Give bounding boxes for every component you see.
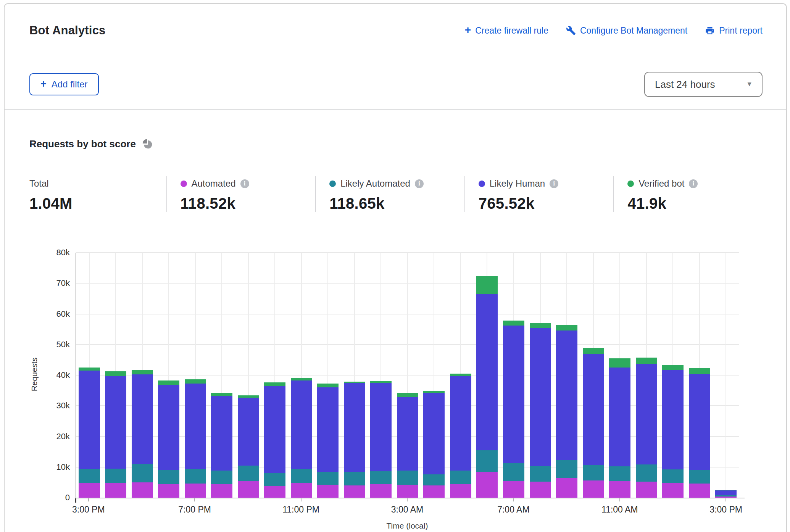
bar-segment-automated xyxy=(238,481,259,498)
bar-900pm[interactable] xyxy=(235,253,262,498)
bar-500am[interactable] xyxy=(447,253,474,498)
bar-segment-likely-automated xyxy=(450,471,471,484)
bar-segment-verified-bot xyxy=(636,358,657,363)
bar-stack xyxy=(609,358,630,498)
bar-900am[interactable] xyxy=(553,253,580,498)
bar-800am[interactable] xyxy=(527,253,554,498)
bar-300pm[interactable] xyxy=(713,253,739,498)
bar-600am[interactable] xyxy=(474,253,501,498)
bar-segment-likely-automated xyxy=(291,469,312,483)
x-tick xyxy=(301,498,301,501)
stat-likely-human-label: Likely Human xyxy=(490,178,545,189)
bar-500pm[interactable] xyxy=(129,253,156,498)
bar-segment-automated xyxy=(211,484,232,498)
section-divider xyxy=(5,109,786,110)
bar-segment-automated xyxy=(132,482,153,498)
bar-stack xyxy=(158,380,179,498)
bar-800pm[interactable] xyxy=(209,253,235,498)
bar-700am[interactable] xyxy=(500,253,527,498)
x-tick-label: 7:00 AM xyxy=(483,505,544,515)
bar-stack xyxy=(185,379,206,498)
bar-400am[interactable] xyxy=(421,253,448,498)
add-filter-button[interactable]: + Add filter xyxy=(29,73,99,95)
bar-segment-likely-automated xyxy=(105,469,126,484)
bar-segment-automated xyxy=(503,481,524,498)
bar-1100pm[interactable] xyxy=(288,253,315,498)
bar-segment-likely-human xyxy=(291,380,312,469)
bar-200pm[interactable] xyxy=(686,253,713,498)
bar-segment-likely-automated xyxy=(370,471,392,484)
bar-segment-automated xyxy=(105,483,126,498)
print-report-link[interactable]: Print report xyxy=(705,26,763,36)
info-icon[interactable]: i xyxy=(415,179,424,188)
bar-segment-automated xyxy=(344,485,365,498)
bar-segment-likely-human xyxy=(185,384,206,469)
bar-segment-verified-bot xyxy=(185,379,206,383)
header-actions: + Create firewall rule Configure Bot Man… xyxy=(465,25,763,36)
stat-verified-bot: Verified bot i 41.9k xyxy=(613,176,763,212)
bar-stack xyxy=(715,490,737,498)
time-range-select[interactable]: Last 24 hours ▼ xyxy=(644,72,763,97)
add-filter-label: Add filter xyxy=(52,79,88,90)
bar-segment-automated xyxy=(609,481,630,498)
bar-700pm[interactable] xyxy=(182,253,209,498)
bar-1200am[interactable] xyxy=(315,253,342,498)
create-firewall-rule-link[interactable]: + Create firewall rule xyxy=(465,25,548,36)
y-tick-label: 80k xyxy=(24,248,70,258)
bar-1000pm[interactable] xyxy=(262,253,289,498)
bar-segment-likely-human xyxy=(79,371,100,469)
bar-stack xyxy=(530,323,551,498)
bar-100am[interactable] xyxy=(341,253,368,498)
bar-300pm[interactable] xyxy=(76,253,103,498)
bar-1000am[interactable] xyxy=(580,253,607,498)
bar-segment-likely-automated xyxy=(636,464,657,482)
bar-stack xyxy=(79,368,100,498)
configure-bot-management-label: Configure Bot Management xyxy=(580,26,687,36)
bar-stack xyxy=(397,393,418,498)
bar-segment-verified-bot xyxy=(689,368,710,374)
bar-segment-verified-bot xyxy=(662,365,684,371)
bar-segment-likely-automated xyxy=(556,460,577,478)
bar-segment-verified-bot xyxy=(583,348,604,354)
bar-1100am[interactable] xyxy=(606,253,633,498)
bar-segment-likely-human xyxy=(450,376,471,470)
x-tick-label: 3:00 PM xyxy=(58,505,119,515)
bar-segment-likely-automated xyxy=(609,466,630,481)
bar-segment-likely-human xyxy=(662,370,684,469)
bar-segment-likely-automated xyxy=(662,469,684,483)
bar-segment-automated xyxy=(158,484,179,498)
bar-segment-likely-automated xyxy=(132,464,153,482)
x-axis-title: Time (local) xyxy=(75,521,739,530)
x-tick-label: 3:00 PM xyxy=(695,505,756,515)
bar-segment-automated xyxy=(397,485,418,498)
configure-bot-management-link[interactable]: Configure Bot Management xyxy=(566,26,687,36)
info-icon[interactable]: i xyxy=(550,179,558,188)
info-icon[interactable]: i xyxy=(689,179,698,188)
bar-200am[interactable] xyxy=(368,253,395,498)
y-tick-label: 20k xyxy=(24,432,70,442)
bar-stack xyxy=(450,374,471,498)
info-icon[interactable]: i xyxy=(240,179,249,188)
bar-segment-likely-human xyxy=(689,374,710,470)
bar-300am[interactable] xyxy=(394,253,421,498)
bar-segment-likely-automated xyxy=(423,474,445,485)
bar-600pm[interactable] xyxy=(156,253,182,498)
y-axis-origin-tick xyxy=(75,498,76,503)
pie-chart-icon xyxy=(142,139,153,150)
bar-stack xyxy=(556,325,577,498)
stat-likely-human: Likely Human i 765.52k xyxy=(464,176,614,212)
x-tick xyxy=(726,498,726,501)
v-gridline xyxy=(726,253,726,498)
bar-segment-likely-human xyxy=(264,386,285,473)
bar-segment-likely-human xyxy=(423,393,445,474)
chevron-down-icon: ▼ xyxy=(746,81,753,88)
bar-stack xyxy=(370,381,392,498)
bar-100pm[interactable] xyxy=(659,253,686,498)
plus-icon: + xyxy=(40,79,47,89)
bar-segment-automated xyxy=(423,485,445,498)
bar-1200pm[interactable] xyxy=(633,253,660,498)
bar-segment-likely-human xyxy=(105,376,126,469)
bar-400pm[interactable] xyxy=(103,253,129,498)
bar-segment-verified-bot xyxy=(609,358,630,368)
bar-segment-likely-automated xyxy=(185,469,206,484)
